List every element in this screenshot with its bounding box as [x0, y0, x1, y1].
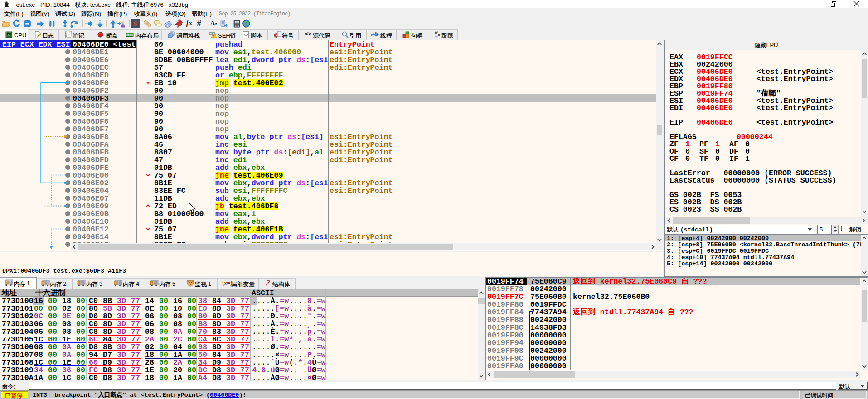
svg-text:32: 32 [7, 33, 11, 36]
svg-text:<>: <> [243, 33, 248, 38]
svg-text:!: ! [213, 34, 214, 38]
